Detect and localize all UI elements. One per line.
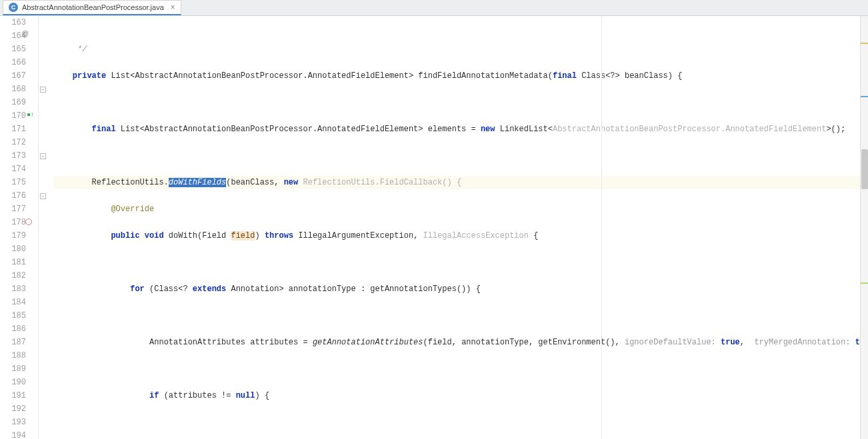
line-number[interactable]: 176 [0,189,26,203]
at-marker[interactable]: @ [21,29,29,37]
line-number[interactable]: 168 [0,83,26,96]
line-number[interactable]: 183 [0,282,26,296]
tab-bar: C AbstractAnnotationBeanPostProcessor.ja… [0,0,868,16]
line-number[interactable]: 179 [0,229,26,242]
line-number[interactable]: 166 [0,56,26,69]
file-tab[interactable]: C AbstractAnnotationBeanPostProcessor.ja… [3,0,181,15]
line-number[interactable]: 172 [0,136,26,149]
line-number[interactable]: 187 [0,336,26,349]
vertical-scrollbar[interactable] [860,16,868,439]
line-number[interactable]: 182 [0,269,26,282]
line-number[interactable]: 167 [0,69,26,83]
line-number[interactable]: 189 [0,362,26,376]
line-number[interactable]: 163 [0,16,26,29]
line-number[interactable]: 180 [0,242,26,256]
line-number[interactable]: 170 [0,109,26,123]
line-number[interactable]: 174 [0,163,26,176]
line-number[interactable]: 190 [0,376,26,389]
line-number[interactable]: 169 [0,96,26,109]
java-class-icon: C [9,3,18,12]
line-number[interactable]: 175 [0,176,26,189]
selected-text: doWithFields [169,178,226,187]
line-number[interactable]: 193 [0,416,26,429]
breakpoint-circle-icon[interactable] [25,219,32,225]
fold-toggle[interactable]: − [40,87,46,93]
line-numbers: 1631641651661671681691701711721731741751… [0,16,38,439]
close-icon[interactable]: × [171,3,175,12]
line-number[interactable]: 165 [0,43,26,56]
override-marker[interactable]: ●↑ [27,111,35,119]
line-number[interactable]: 191 [0,389,26,402]
tab-filename: AbstractAnnotationBeanPostProcessor.java [22,3,164,11]
fold-toggle[interactable]: − [40,193,46,199]
line-number[interactable]: 177 [0,203,26,216]
line-number[interactable]: 181 [0,256,26,269]
line-number[interactable]: 178 [0,216,26,229]
line-number[interactable]: 184 [0,296,26,309]
line-number[interactable]: 171 [0,123,26,136]
code-area[interactable]: */ private List<AbstractAnnotationBeanPo… [48,16,860,439]
line-number[interactable]: 192 [0,402,26,416]
line-number[interactable]: 185 [0,309,26,322]
editor-window: C AbstractAnnotationBeanPostProcessor.ja… [0,0,868,439]
line-number[interactable]: 186 [0,322,26,336]
scroll-thumb[interactable] [861,149,868,189]
line-number[interactable]: 173 [0,149,26,163]
line-number[interactable]: 188 [0,349,26,362]
editor-body: 1631641651661671681691701711721731741751… [0,16,868,439]
gutter: 1631641651661671681691701711721731741751… [0,16,39,439]
fold-column: − − − [39,16,48,439]
fold-toggle[interactable]: − [40,153,46,159]
line-number[interactable]: 194 [0,429,26,439]
